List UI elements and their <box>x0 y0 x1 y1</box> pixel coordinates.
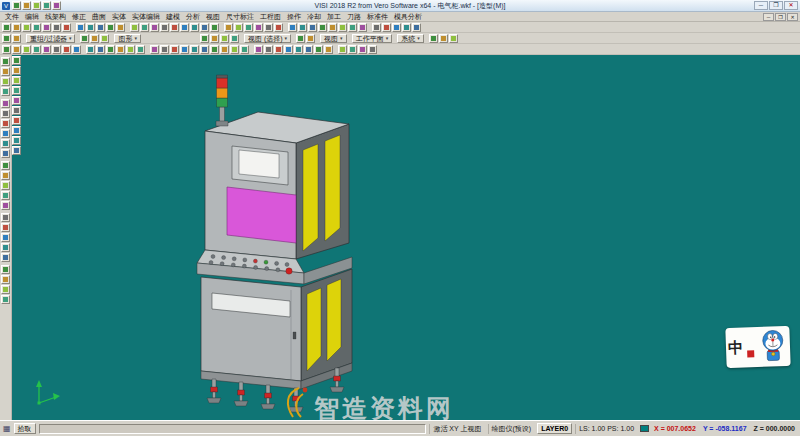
toolbar-icon[interactable] <box>96 23 105 32</box>
layer-button[interactable]: LAYER0 <box>537 423 572 434</box>
toolbar-icon[interactable] <box>220 34 229 43</box>
toolbar-icon[interactable] <box>62 23 71 32</box>
toolbar-icon[interactable] <box>1 161 10 170</box>
toolbar-icon[interactable] <box>130 23 139 32</box>
toolbar-icon[interactable] <box>160 23 169 32</box>
toolbar-icon[interactable] <box>80 34 89 43</box>
toolbar-icon[interactable] <box>308 23 317 32</box>
toolbar-icon[interactable] <box>160 45 169 54</box>
toolbar-icon[interactable] <box>1 99 10 108</box>
toolbar-icon[interactable] <box>12 34 21 43</box>
toolbar-icon[interactable] <box>358 23 367 32</box>
menu-item[interactable]: 实体编辑 <box>129 12 163 22</box>
toolbar-icon[interactable] <box>12 126 21 135</box>
toolbar-icon[interactable] <box>190 23 199 32</box>
toolbar-icon[interactable] <box>220 45 229 54</box>
toolbar-icon[interactable] <box>338 45 347 54</box>
menu-item[interactable]: 分析 <box>183 12 203 22</box>
toolbar-icon[interactable] <box>264 23 273 32</box>
toolbar-group-chip[interactable]: 视图 (选择)▾ <box>244 34 291 43</box>
toolbar-icon[interactable] <box>1 191 10 200</box>
toolbar-icon[interactable] <box>304 45 313 54</box>
toolbar-icon[interactable] <box>2 23 11 32</box>
viewport-canvas[interactable]: 智造资料网 中 <box>12 55 800 420</box>
toolbar-icon[interactable] <box>200 23 209 32</box>
toolbar-icon[interactable] <box>348 23 357 32</box>
toolbar-icon[interactable] <box>439 34 448 43</box>
toolbar-icon[interactable] <box>100 34 109 43</box>
toolbar-icon[interactable] <box>298 23 307 32</box>
toolbar-icon[interactable] <box>116 45 125 54</box>
toolbar-icon[interactable] <box>348 45 357 54</box>
toolbar-icon[interactable] <box>32 23 41 32</box>
toolbar-icon[interactable] <box>1 265 10 274</box>
toolbar-icon[interactable] <box>328 23 337 32</box>
toolbar-group-chip[interactable]: 系统▾ <box>397 34 424 43</box>
toolbar-icon[interactable] <box>1 171 10 180</box>
toolbar-icon[interactable] <box>274 23 283 32</box>
toolbar-icon[interactable] <box>42 1 51 10</box>
toolbar-icon[interactable] <box>72 45 81 54</box>
toolbar-icon[interactable] <box>12 116 21 125</box>
toolbar-icon[interactable] <box>150 45 159 54</box>
toolbar-icon[interactable] <box>22 45 31 54</box>
toolbar-icon[interactable] <box>106 23 115 32</box>
toolbar-icon[interactable] <box>126 45 135 54</box>
toolbar-icon[interactable] <box>12 66 21 75</box>
toolbar-icon[interactable] <box>1 109 10 118</box>
toolbar-icon[interactable] <box>1 119 10 128</box>
toolbar-icon[interactable] <box>318 23 327 32</box>
toolbar-group-chip[interactable]: 视图▾ <box>320 34 347 43</box>
toolbar-icon[interactable] <box>429 34 438 43</box>
menu-item[interactable]: 冷却 <box>304 12 324 22</box>
toolbar-icon[interactable] <box>1 67 10 76</box>
toolbar-icon[interactable] <box>274 45 283 54</box>
toolbar-icon[interactable] <box>1 253 10 262</box>
toolbar-icon[interactable] <box>449 34 458 43</box>
toolbar-icon[interactable] <box>76 23 85 32</box>
menu-item[interactable]: 加工 <box>324 12 344 22</box>
toolbar-icon[interactable] <box>382 23 391 32</box>
toolbar-icon[interactable] <box>150 23 159 32</box>
toolbar-icon[interactable] <box>244 23 253 32</box>
toolbar-icon[interactable] <box>42 45 51 54</box>
toolbar-icon[interactable] <box>1 139 10 148</box>
toolbar-group-chip[interactable]: 工作平面▾ <box>352 34 393 43</box>
toolbar-icon[interactable] <box>1 295 10 304</box>
toolbar-icon[interactable] <box>52 23 61 32</box>
toolbar-icon[interactable] <box>358 45 367 54</box>
toolbar-icon[interactable] <box>86 23 95 32</box>
minimize-button[interactable]: ─ <box>754 1 768 10</box>
menu-item[interactable]: 曲面 <box>89 12 109 22</box>
toolbar-icon[interactable] <box>12 106 21 115</box>
toolbar-icon[interactable] <box>1 57 10 66</box>
toolbar-icon[interactable] <box>62 45 71 54</box>
toolbar-icon[interactable] <box>22 23 31 32</box>
toolbar-icon[interactable] <box>170 23 179 32</box>
toolbar-icon[interactable] <box>136 45 145 54</box>
toolbar-icon[interactable] <box>306 34 315 43</box>
toolbar-icon[interactable] <box>32 45 41 54</box>
toolbar-icon[interactable] <box>180 45 189 54</box>
toolbar-icon[interactable] <box>372 23 381 32</box>
toolbar-icon[interactable] <box>12 56 21 65</box>
toolbar-icon[interactable] <box>1 275 10 284</box>
toolbar-icon[interactable] <box>254 45 263 54</box>
toolbar-icon[interactable] <box>180 23 189 32</box>
toolbar-icon[interactable] <box>1 201 10 210</box>
menu-item[interactable]: 尺寸标注 <box>223 12 257 22</box>
menu-item[interactable]: 模具分析 <box>391 12 425 22</box>
toolbar-icon[interactable] <box>52 1 61 10</box>
toolbar-icon[interactable] <box>200 34 209 43</box>
toolbar-icon[interactable] <box>32 1 41 10</box>
toolbar-icon[interactable] <box>338 23 347 32</box>
machine-model[interactable] <box>197 75 352 412</box>
toolbar-icon[interactable] <box>284 45 293 54</box>
toolbar-icon[interactable] <box>12 45 21 54</box>
toolbar-icon[interactable] <box>234 23 243 32</box>
toolbar-icon[interactable] <box>254 23 263 32</box>
toolbar-icon[interactable] <box>12 1 21 10</box>
command-input[interactable] <box>39 424 427 434</box>
toolbar-icon[interactable] <box>200 45 209 54</box>
toolbar-group-chip[interactable]: 重组/过滤器▾ <box>26 34 75 43</box>
